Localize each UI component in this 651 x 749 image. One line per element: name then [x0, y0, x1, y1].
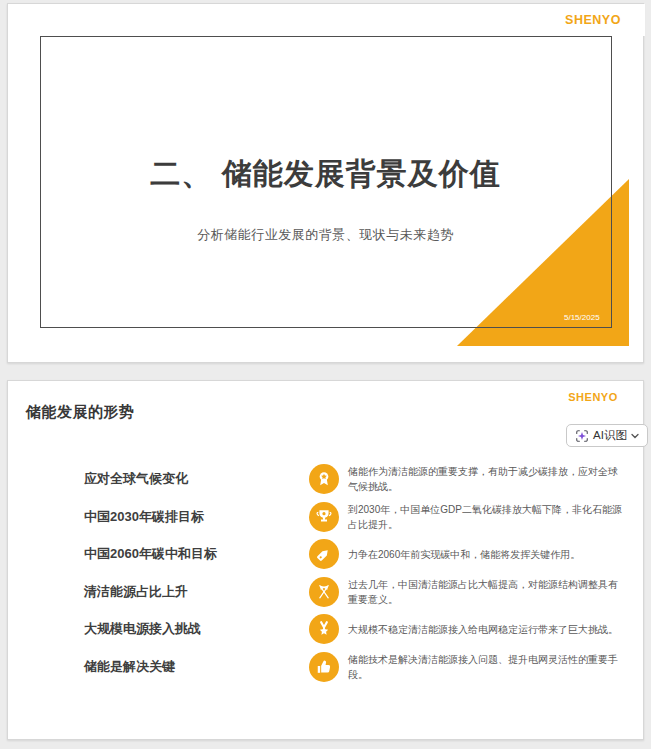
slide-1-title-slide[interactable]: SHENYO 二、 储能发展背景及价值 分析储能行业发展的背景、现状与未来趋势 …	[7, 3, 644, 363]
ai-button-label: AI识图	[593, 428, 627, 443]
item-description: 储能技术是解决清洁能源接入问题、提升电网灵活性的重要手 段。	[348, 652, 624, 682]
shenyo-logo: SHENYO	[541, 391, 645, 403]
corner-triangle-decoration	[457, 179, 629, 346]
shenyo-logo: SHENYO	[565, 13, 621, 27]
thumbs-up-icon	[309, 652, 339, 682]
logo-box: SHENYO	[541, 4, 645, 36]
item-label: 大规模电源接入挑战	[84, 620, 201, 638]
item-label: 中国2030年碳排目标	[84, 508, 204, 526]
ai-recognize-image-button[interactable]: AI识图	[566, 424, 648, 447]
item-label: 清洁能源占比上升	[84, 583, 188, 601]
list-item: 应对全球气候变化 储能作为清洁能源的重要支撑，有助于减少碳排放，应对全球 气候挑…	[8, 460, 645, 498]
slide-subtitle: 分析储能行业发展的背景、现状与未来趋势	[8, 226, 643, 244]
slide-date: 5/15/2025	[564, 313, 600, 322]
ai-scan-sparkle-icon	[575, 429, 589, 443]
list-item: 清洁能源占比上升 过去几年，中国清洁能源占比大幅提高，对能源结构调整具有 重要意…	[8, 573, 645, 611]
medal-rosette-icon	[309, 464, 339, 494]
item-description: 过去几年，中国清洁能源占比大幅提高，对能源结构调整具有 重要意义。	[348, 577, 624, 607]
item-label: 储能是解决关键	[84, 658, 175, 676]
medal-star-icon	[309, 614, 339, 644]
chevron-down-icon[interactable]	[631, 433, 639, 439]
slide-2-content-slide[interactable]: 储能发展的形势 SHENYO AI识图 应对全球气候变化	[7, 380, 644, 740]
item-description: 力争在2060年前实现碳中和，储能将发挥关键作用。	[348, 547, 624, 562]
list-item: 储能是解决关键 储能技术是解决清洁能源接入问题、提升电网灵活性的重要手 段。	[8, 648, 645, 686]
list-item: 中国2030年碳排目标 到2030年，中国单位GDP二氧化碳排放大幅下降，非化石…	[8, 498, 645, 536]
trophy-icon	[309, 502, 339, 532]
item-label: 应对全球气候变化	[84, 470, 188, 488]
list-item: 大规模电源接入挑战 大规模不稳定清洁能源接入给电网稳定运行带来了巨大挑战。	[8, 610, 645, 648]
list-item: 中国2060年碳中和目标 力争在2060年前实现碳中和，储能将发挥关键作用。	[8, 535, 645, 573]
tag-icon	[309, 539, 339, 569]
crossed-flags-icon	[309, 577, 339, 607]
item-description: 大规模不稳定清洁能源接入给电网稳定运行带来了巨大挑战。	[348, 622, 624, 637]
slide-heading: 储能发展的形势	[26, 403, 135, 422]
item-description: 储能作为清洁能源的重要支撑，有助于减少碳排放，应对全球 气候挑战。	[348, 464, 624, 494]
slide-title: 二、 储能发展背景及价值	[8, 154, 643, 195]
item-description: 到2030年，中国单位GDP二氧化碳排放大幅下降，非化石能源 占比提升。	[348, 502, 624, 532]
item-label: 中国2060年碳中和目标	[84, 545, 217, 563]
